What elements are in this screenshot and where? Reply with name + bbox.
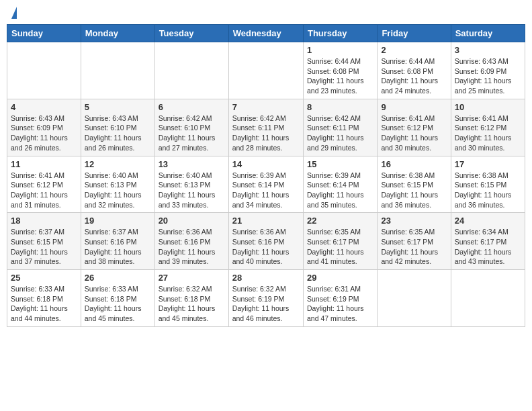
day-number: 6 [159,102,225,112]
day-number: 5 [85,102,151,112]
day-info: Sunrise: 6:36 AMSunset: 6:16 PMDaylight:… [159,227,225,267]
day-number: 20 [159,216,225,226]
calendar-week-3: 11Sunrise: 6:41 AMSunset: 6:12 PMDayligh… [7,156,525,213]
day-info: Sunrise: 6:38 AMSunset: 6:15 PMDaylight:… [455,171,521,210]
day-number: 18 [11,216,77,226]
day-info: Sunrise: 6:35 AMSunset: 6:17 PMDaylight:… [307,227,373,267]
day-info: Sunrise: 6:41 AMSunset: 6:12 PMDaylight:… [381,113,447,153]
day-number: 2 [381,45,447,55]
calendar-cell [228,42,303,99]
logo [9,7,17,19]
weekday-header-saturday: Saturday [451,25,525,42]
day-number: 3 [455,45,521,55]
day-number: 17 [455,159,521,169]
calendar-cell [451,270,525,327]
weekday-header-row: SundayMondayTuesdayWednesdayThursdayFrid… [7,25,525,42]
calendar-cell [7,42,81,99]
day-number: 13 [159,159,225,169]
calendar-cell: 11Sunrise: 6:41 AMSunset: 6:12 PMDayligh… [7,156,81,213]
calendar-cell: 14Sunrise: 6:39 AMSunset: 6:14 PMDayligh… [228,156,303,213]
day-info: Sunrise: 6:44 AMSunset: 6:08 PMDaylight:… [381,56,447,96]
day-info: Sunrise: 6:44 AMSunset: 6:08 PMDaylight:… [307,56,373,96]
day-info: Sunrise: 6:36 AMSunset: 6:16 PMDaylight:… [232,227,300,267]
calendar-cell: 25Sunrise: 6:33 AMSunset: 6:18 PMDayligh… [7,270,81,327]
calendar-cell: 27Sunrise: 6:32 AMSunset: 6:18 PMDayligh… [154,270,228,327]
day-info: Sunrise: 6:41 AMSunset: 6:12 PMDaylight:… [455,113,521,153]
day-number: 19 [85,216,151,226]
day-number: 23 [381,216,447,226]
day-number: 29 [307,273,373,283]
day-number: 21 [232,216,300,226]
day-number: 8 [307,102,373,112]
calendar-cell: 26Sunrise: 6:33 AMSunset: 6:18 PMDayligh… [81,270,154,327]
day-number: 26 [85,273,151,283]
day-number: 11 [11,159,77,169]
day-info: Sunrise: 6:43 AMSunset: 6:10 PMDaylight:… [85,113,151,153]
calendar-cell: 17Sunrise: 6:38 AMSunset: 6:15 PMDayligh… [451,156,525,213]
calendar-cell: 1Sunrise: 6:44 AMSunset: 6:08 PMDaylight… [303,42,377,99]
day-info: Sunrise: 6:31 AMSunset: 6:19 PMDaylight:… [307,284,373,324]
day-info: Sunrise: 6:42 AMSunset: 6:11 PMDaylight:… [232,113,300,153]
calendar-cell: 18Sunrise: 6:37 AMSunset: 6:15 PMDayligh… [7,213,81,270]
calendar-cell: 20Sunrise: 6:36 AMSunset: 6:16 PMDayligh… [154,213,228,270]
calendar-cell: 9Sunrise: 6:41 AMSunset: 6:12 PMDaylight… [378,99,451,156]
logo-text [9,7,17,19]
calendar-cell: 3Sunrise: 6:43 AMSunset: 6:09 PMDaylight… [451,42,525,99]
calendar-cell: 8Sunrise: 6:42 AMSunset: 6:11 PMDaylight… [303,99,377,156]
day-info: Sunrise: 6:43 AMSunset: 6:09 PMDaylight:… [11,113,77,153]
calendar-cell: 28Sunrise: 6:32 AMSunset: 6:19 PMDayligh… [228,270,303,327]
weekday-header-thursday: Thursday [303,25,377,42]
day-info: Sunrise: 6:39 AMSunset: 6:14 PMDaylight:… [232,171,300,210]
day-info: Sunrise: 6:34 AMSunset: 6:17 PMDaylight:… [455,227,521,267]
day-info: Sunrise: 6:35 AMSunset: 6:17 PMDaylight:… [381,227,447,267]
day-info: Sunrise: 6:32 AMSunset: 6:19 PMDaylight:… [232,284,300,324]
day-info: Sunrise: 6:38 AMSunset: 6:15 PMDaylight:… [381,171,447,210]
day-info: Sunrise: 6:39 AMSunset: 6:14 PMDaylight:… [307,171,373,210]
day-number: 7 [232,102,300,112]
day-info: Sunrise: 6:42 AMSunset: 6:10 PMDaylight:… [159,113,225,153]
calendar-cell: 5Sunrise: 6:43 AMSunset: 6:10 PMDaylight… [81,99,154,156]
day-number: 22 [307,216,373,226]
weekday-header-monday: Monday [81,25,154,42]
calendar-cell [81,42,154,99]
day-number: 14 [232,159,300,169]
weekday-header-sunday: Sunday [7,25,81,42]
calendar-cell: 29Sunrise: 6:31 AMSunset: 6:19 PMDayligh… [303,270,377,327]
calendar-cell: 16Sunrise: 6:38 AMSunset: 6:15 PMDayligh… [378,156,451,213]
calendar-cell: 15Sunrise: 6:39 AMSunset: 6:14 PMDayligh… [303,156,377,213]
calendar-week-4: 18Sunrise: 6:37 AMSunset: 6:15 PMDayligh… [7,213,525,270]
calendar-cell: 12Sunrise: 6:40 AMSunset: 6:13 PMDayligh… [81,156,154,213]
day-info: Sunrise: 6:33 AMSunset: 6:18 PMDaylight:… [11,284,77,324]
day-info: Sunrise: 6:40 AMSunset: 6:13 PMDaylight:… [85,171,151,210]
calendar-cell: 22Sunrise: 6:35 AMSunset: 6:17 PMDayligh… [303,213,377,270]
calendar-week-5: 25Sunrise: 6:33 AMSunset: 6:18 PMDayligh… [7,270,525,327]
weekday-header-wednesday: Wednesday [228,25,303,42]
day-number: 1 [307,45,373,55]
day-info: Sunrise: 6:41 AMSunset: 6:12 PMDaylight:… [11,171,77,210]
day-number: 16 [381,159,447,169]
day-info: Sunrise: 6:32 AMSunset: 6:18 PMDaylight:… [159,284,225,324]
calendar-cell: 24Sunrise: 6:34 AMSunset: 6:17 PMDayligh… [451,213,525,270]
day-number: 28 [232,273,300,283]
day-info: Sunrise: 6:37 AMSunset: 6:15 PMDaylight:… [11,227,77,267]
calendar-cell: 23Sunrise: 6:35 AMSunset: 6:17 PMDayligh… [378,213,451,270]
calendar-cell: 6Sunrise: 6:42 AMSunset: 6:10 PMDaylight… [154,99,228,156]
day-number: 4 [11,102,77,112]
day-number: 24 [455,216,521,226]
day-number: 10 [455,102,521,112]
calendar-table: SundayMondayTuesdayWednesdayThursdayFrid… [7,24,525,327]
calendar-cell: 21Sunrise: 6:36 AMSunset: 6:16 PMDayligh… [228,213,303,270]
day-info: Sunrise: 6:40 AMSunset: 6:13 PMDaylight:… [159,171,225,210]
weekday-header-friday: Friday [378,25,451,42]
page-header [7,7,525,19]
logo-icon [11,7,17,19]
calendar-week-1: 1Sunrise: 6:44 AMSunset: 6:08 PMDaylight… [7,42,525,99]
day-info: Sunrise: 6:37 AMSunset: 6:16 PMDaylight:… [85,227,151,267]
calendar-cell: 13Sunrise: 6:40 AMSunset: 6:13 PMDayligh… [154,156,228,213]
day-number: 27 [159,273,225,283]
weekday-header-tuesday: Tuesday [154,25,228,42]
calendar-cell: 2Sunrise: 6:44 AMSunset: 6:08 PMDaylight… [378,42,451,99]
day-number: 9 [381,102,447,112]
day-number: 12 [85,159,151,169]
calendar-cell [378,270,451,327]
